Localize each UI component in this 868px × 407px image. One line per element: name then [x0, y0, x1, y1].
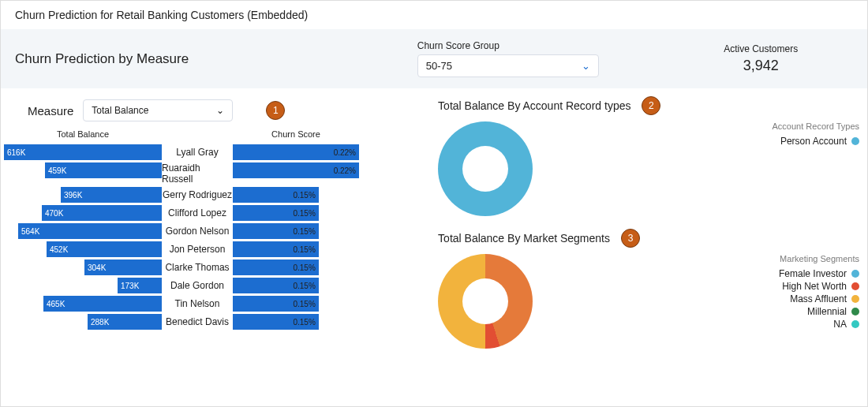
active-customers-label: Active Customers [668, 43, 853, 54]
measure-value: Total Balance [92, 105, 148, 116]
legend-swatch [851, 137, 859, 145]
row-name: Tin Nelson [162, 296, 233, 312]
section-title: Churn Prediction by Measure [15, 51, 417, 67]
balance-bar: 304K [84, 260, 162, 275]
balance-bar: 452K [47, 241, 162, 257]
legend-item: Female Investor [702, 268, 859, 279]
churn-bar: 0.15% [233, 205, 319, 221]
measure-label: Measure [28, 104, 73, 118]
legend-swatch [851, 295, 859, 303]
churn-bar: 0.15% [233, 241, 319, 257]
chevron-down-icon: ⌄ [582, 60, 590, 72]
balance-bar: 288K [88, 314, 162, 330]
chart2-title: Total Balance By Market Segments [438, 232, 610, 245]
callout-1: 1 [266, 101, 285, 120]
legend-item: Person Account [702, 136, 859, 147]
row-name: Lyall Gray [162, 144, 233, 160]
chevron-down-icon: ⌄ [216, 105, 224, 116]
legend-swatch [851, 270, 859, 278]
balance-bar: 459K [45, 162, 162, 178]
donut-account-types [438, 121, 533, 216]
churn-bar: 0.15% [233, 223, 319, 239]
legend-swatch [851, 320, 859, 328]
row-name: Clarke Thomas [162, 260, 233, 275]
churn-bar: 0.15% [233, 260, 319, 275]
row-name: Clifford Lopez [162, 205, 233, 221]
row-name: Gerry Rodriguez [162, 187, 233, 203]
balance-bar: 465K [43, 296, 162, 312]
balance-bar: 396K [61, 187, 162, 203]
chart1-title: Total Balance By Account Record types [438, 99, 630, 112]
header-bar: Churn Prediction by Measure Churn Score … [1, 29, 867, 88]
legend-item: Millennial [702, 306, 859, 317]
active-customers-value: 3,942 [668, 58, 853, 74]
legend1-title: Account Record Types [702, 121, 859, 131]
churn-group-value: 50-75 [426, 60, 452, 72]
row-name: Gordon Nelson [162, 223, 233, 239]
churn-bar: 0.15% [233, 187, 319, 203]
row-name: Jon Peterson [162, 241, 233, 257]
churn-bar: 0.22% [233, 144, 359, 160]
donut-market-segments [438, 254, 533, 349]
churn-bar: 0.15% [233, 278, 319, 293]
legend-item: High Net Worth [702, 281, 859, 292]
callout-2: 2 [642, 96, 660, 115]
legend-item: NA [702, 319, 859, 330]
col-header-balance: Total Balance [4, 129, 162, 142]
col-header-churn: Churn Score [233, 129, 359, 142]
callout-3: 3 [621, 229, 640, 248]
balance-bar: 616K [4, 144, 162, 160]
legend2-title: Marketing Segments [702, 254, 859, 263]
page-title: Churn Prediction for Retail Banking Cust… [1, 1, 867, 29]
balance-bar: 470K [42, 205, 162, 221]
chart-market-segments: Total Balance By Market Segments 3 Marke… [438, 229, 859, 349]
churn-bar: 0.22% [233, 162, 359, 178]
legend-swatch [851, 282, 859, 290]
legend-item: Mass Affluent [702, 293, 859, 304]
balance-bar: 173K [118, 278, 162, 293]
legend-swatch [851, 308, 859, 316]
row-name: Dale Gordon [162, 278, 233, 293]
row-name: Ruaraidh Russell [162, 162, 233, 185]
measure-select[interactable]: Total Balance ⌄ [83, 99, 233, 121]
row-name: Benedict Davis [162, 314, 233, 330]
chart-account-types: Total Balance By Account Record types 2 … [438, 96, 859, 216]
churn-group-label: Churn Score Group [417, 40, 669, 51]
churn-bar: 0.15% [233, 296, 319, 312]
bar-table: Total Balance Churn Score 616KLyall Gray… [4, 129, 391, 330]
churn-bar: 0.15% [233, 314, 319, 330]
churn-group-select[interactable]: 50-75 ⌄ [417, 54, 599, 77]
balance-bar: 564K [18, 223, 162, 239]
